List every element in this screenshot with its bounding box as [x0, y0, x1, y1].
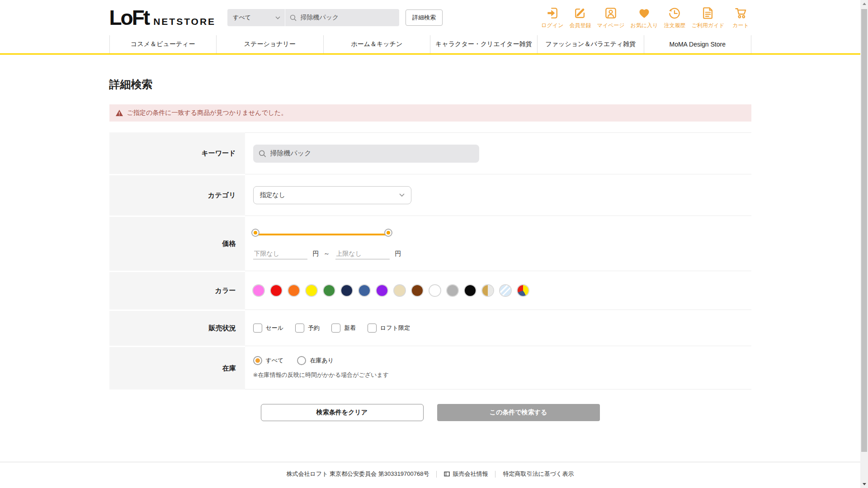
nav-item-cosme[interactable]: コスメ＆ビューティー — [109, 35, 217, 53]
footer-link-company-info[interactable]: 販売会社情報 — [444, 470, 488, 478]
nav-item-fashion[interactable]: ファッション＆バラエティ雑貨 — [537, 35, 644, 53]
logo-store-text: NETSTORE — [153, 16, 216, 27]
nav-item-home-kitchen[interactable]: ホーム＆キッチン — [323, 35, 430, 53]
mypage-link[interactable]: マイページ — [597, 6, 624, 29]
triangle-up-icon — [863, 3, 866, 5]
header-search-bar: すべて — [227, 9, 399, 26]
form-row-color: カラー — [109, 271, 751, 310]
checkbox-new-box[interactable] — [331, 324, 340, 333]
header-search-field — [285, 14, 399, 22]
scrollbar-thumb[interactable] — [861, 9, 867, 452]
checkbox-reserve-box[interactable] — [295, 324, 304, 333]
favorite-label: お気に入り — [631, 22, 658, 29]
radio-stock-all-button[interactable] — [253, 356, 262, 365]
scrollbar-down-arrow[interactable] — [860, 480, 868, 488]
company-info-icon — [444, 471, 450, 477]
cart-link[interactable]: カート — [731, 6, 751, 29]
sales-status-options: セール 予約 新着 ロ — [253, 324, 751, 333]
keyword-label: キーワード — [109, 132, 245, 174]
price-range-separator: ～ — [324, 250, 330, 258]
no-results-alert-text: ご指定の条件に一致する商品が見つかりませんでした。 — [127, 109, 288, 117]
search-icon — [259, 150, 266, 158]
price-min-unit: 円 — [313, 250, 319, 258]
browser-viewport: LoFt NETSTORE すべて 詳細検索 — [0, 0, 860, 488]
checkbox-sale-box[interactable] — [253, 324, 262, 333]
register-label: 会員登録 — [569, 22, 591, 29]
radio-stock-available-button[interactable] — [297, 356, 306, 365]
category-select[interactable]: 指定なし — [253, 186, 411, 204]
checkbox-loft-limited-box[interactable] — [368, 324, 377, 333]
color-swatch-beige[interactable] — [394, 285, 405, 296]
guide-icon — [701, 6, 715, 20]
color-swatch-brown[interactable] — [412, 285, 423, 296]
color-swatch-white[interactable] — [429, 285, 440, 296]
nav-item-stationery[interactable]: ステーショナリー — [216, 35, 323, 53]
checkbox-reserve[interactable]: 予約 — [295, 324, 320, 333]
login-link[interactable]: ログイン — [541, 6, 563, 29]
site-header: LoFt NETSTORE すべて 詳細検索 — [0, 0, 860, 55]
color-swatch-green[interactable] — [324, 285, 335, 296]
radio-stock-available[interactable]: 在庫あり — [297, 356, 334, 365]
register-link[interactable]: 会員登録 — [569, 6, 591, 29]
price-slider-handle-min[interactable] — [252, 230, 259, 236]
nav-item-moma[interactable]: MoMA Design Store — [644, 35, 751, 53]
checkbox-new[interactable]: 新着 — [331, 324, 356, 333]
checkbox-loft-limited[interactable]: ロフト限定 — [368, 324, 410, 333]
login-label: ログイン — [541, 22, 563, 29]
detail-search-button[interactable]: 詳細検索 — [406, 9, 443, 26]
category-label: カテゴリ — [109, 174, 245, 216]
search-submit-button[interactable]: この条件で検索する — [437, 404, 600, 421]
header-search-category-select[interactable]: すべて — [227, 9, 285, 26]
color-swatch-black[interactable] — [465, 285, 476, 296]
vertical-scrollbar[interactable] — [860, 0, 868, 488]
footer-divider — [436, 471, 437, 478]
color-swatch-purple[interactable] — [377, 285, 387, 296]
guide-link[interactable]: ご利用ガイド — [691, 6, 724, 29]
history-link[interactable]: 注文履歴 — [664, 6, 685, 29]
loft-logo[interactable]: LoFt NETSTORE — [109, 7, 216, 28]
checkbox-sale[interactable]: セール — [253, 324, 284, 333]
header-search-input[interactable] — [300, 14, 395, 21]
detail-search-form: キーワード カテゴリ 指定なし — [109, 132, 751, 389]
search-icon — [290, 14, 297, 22]
sales-status-label: 販売状況 — [109, 310, 245, 346]
header-search-category-value: すべて — [233, 14, 251, 22]
footer-registration-text: 株式会社ロフト 東京都公安委員会 第303319700768号 — [287, 470, 429, 478]
color-swatch-gray[interactable] — [447, 285, 458, 296]
color-swatch-orange[interactable] — [288, 285, 299, 296]
price-max-input[interactable] — [335, 248, 390, 259]
mypage-icon — [604, 6, 618, 20]
warning-icon — [116, 110, 123, 116]
stock-note: ※在庫情報の反映に時間がかかる場合がございます — [253, 371, 751, 379]
keyword-input[interactable] — [270, 150, 474, 157]
form-row-sales-status: 販売状況 セール 予約 — [109, 310, 751, 346]
footer-link-tokushoho[interactable]: 特定商取引法に基づく表示 — [503, 470, 574, 478]
guide-label: ご利用ガイド — [691, 22, 724, 29]
color-swatch-gold-silver[interactable] — [482, 285, 493, 296]
clear-conditions-button[interactable]: 検索条件をクリア — [261, 404, 424, 421]
color-swatch-multicolor[interactable] — [518, 285, 528, 296]
cart-icon — [734, 6, 748, 20]
radio-stock-all[interactable]: すべて — [253, 356, 284, 365]
price-slider-handle-max[interactable] — [385, 230, 392, 236]
category-nav: コスメ＆ビューティー ステーショナリー ホーム＆キッチン キャラクター・クリエイ… — [0, 35, 860, 55]
site-footer: 株式会社ロフト 東京都公安委員会 第303319700768号 販売会社情報 特… — [0, 462, 860, 478]
color-swatch-blue[interactable] — [359, 285, 370, 296]
nav-item-character[interactable]: キャラクター・クリエイター雑貨 — [430, 35, 537, 53]
logo-brand-text: LoFt — [109, 7, 149, 28]
price-min-input[interactable] — [253, 248, 307, 259]
scrollbar-up-arrow[interactable] — [860, 0, 868, 8]
price-slider-track[interactable] — [254, 234, 390, 235]
color-swatch-yellow[interactable] — [306, 285, 317, 296]
color-swatches — [253, 285, 751, 296]
form-row-price: 価格 円 ～ 円 — [109, 216, 751, 271]
checkbox-new-label: 新着 — [344, 324, 356, 332]
footer-link-company-info-label: 販売会社情報 — [453, 470, 488, 478]
color-swatch-red[interactable] — [271, 285, 282, 296]
color-swatch-pink[interactable] — [253, 285, 264, 296]
form-row-stock: 在庫 すべて 在庫あり ※在庫情報の反映に時間がか — [109, 346, 751, 389]
color-swatch-navy[interactable] — [341, 285, 352, 296]
favorite-link[interactable]: お気に入り — [631, 6, 658, 29]
chevron-down-icon — [399, 193, 405, 197]
color-swatch-clear[interactable] — [500, 285, 511, 296]
